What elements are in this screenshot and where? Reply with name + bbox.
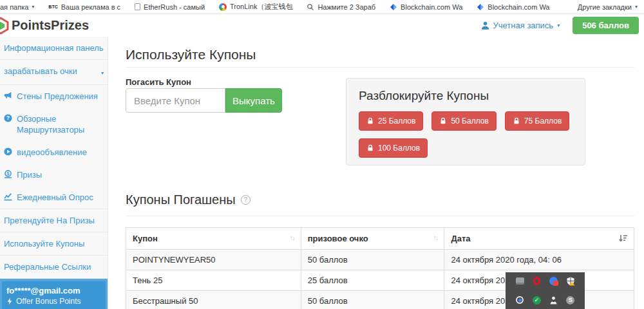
sidebar-item-video-ads[interactable]: видеообъявление [0, 141, 108, 164]
line-chart-icon [4, 192, 12, 201]
sidebar-item-offer-walls[interactable]: Стены Предложения [0, 85, 108, 108]
sidebar-item-label: Реферальные Ссылки [4, 261, 91, 272]
bookmark-item[interactable]: EtherRush - самый [135, 3, 205, 11]
skype-icon[interactable]: S [565, 295, 575, 305]
column-header-coupon[interactable]: ↑↓ Купон [126, 228, 301, 250]
sidebar-item-claim-prizes[interactable]: Претендуйте На Призы [0, 209, 108, 232]
sidebar: Информационная панель зарабатывать очки … [0, 37, 108, 309]
account-menu[interactable]: Учетная запись ▾ [481, 21, 560, 30]
sidebar-item-prizes[interactable]: $ Призы [0, 164, 108, 186]
sidebar-item-label: зарабатывать очки [4, 66, 77, 77]
dollar-circle-icon: $ [4, 170, 12, 178]
bookmark-label: Blockchain.com Wa [401, 3, 462, 11]
other-bookmarks-label: Другие закладки [578, 3, 632, 11]
bookmark-label: EtherRush - самый [144, 3, 205, 11]
sidebar-item-label: видеообъявление [17, 147, 87, 158]
unlock-50-button[interactable]: 50 Баллов [431, 111, 496, 131]
bookmark-label: ая папка [0, 3, 28, 11]
page-body: Информационная панель зарабатывать очки … [0, 37, 644, 309]
lightning-icon [6, 297, 13, 305]
notification-item[interactable]: fo*****@gmail.com Offer Bonus Points [2, 281, 106, 309]
unlock-100-button[interactable]: 100 Баллов [359, 138, 428, 158]
sidebar-item-referral-links[interactable]: Реферальные Ссылки [0, 256, 108, 279]
notification-text: Offer Bonus Points [16, 296, 81, 306]
site-header: PointsPrizes Учетная запись ▾ 506 баллов [0, 14, 644, 37]
sidebar-item-earn-points[interactable]: зарабатывать очки ▾ [0, 60, 108, 85]
sort-icon: ↑↓ [290, 234, 294, 241]
points-balance-badge[interactable]: 506 баллов [573, 17, 639, 34]
opera-icon[interactable] [532, 276, 542, 286]
blockchain-icon [390, 3, 397, 11]
defender-shield-icon[interactable] [565, 276, 575, 286]
chevron-down-icon: ▾ [557, 23, 560, 28]
cell-date: 24 октября 2020 года, 04: 06 [444, 250, 634, 270]
unlock-75-button[interactable]: 75 Баллов [505, 111, 569, 131]
bookmark-label: Blockchain.com Wa [488, 3, 549, 11]
coupon-input[interactable] [126, 88, 225, 113]
help-icon[interactable]: ? [241, 195, 251, 205]
bookmark-item[interactable]: Blockchain.com Wa [390, 3, 462, 11]
cell-coupon: POINTYNEWYEAR50 [126, 250, 301, 270]
lock-icon [366, 117, 374, 125]
bookmark-folder[interactable]: ая папка ▾ [0, 3, 34, 11]
bookmark-label: TronLink（波宝钱包 [230, 2, 292, 12]
sidebar-item-daily-poll[interactable]: Ежедневный Опрос [0, 186, 108, 209]
site-logo[interactable]: PointsPrizes [0, 17, 89, 34]
bookmarks-bar: ая папка ▾ BTC Ваша реклама в с EtherRus… [0, 0, 644, 14]
screen: ая папка ▾ BTC Ваша реклама в с EtherRus… [0, 0, 644, 309]
btc-icon: BTC [48, 5, 57, 9]
table-row: POINTYNEWYEAR50 50 баллов 24 октября 202… [126, 250, 634, 270]
sidebar-item-survey-routers[interactable]: ? Обзорные Маршрутизаторы [0, 108, 108, 141]
sidebar-item-label: Ежедневный Опрос [17, 192, 93, 203]
sidebar-item-label: Стены Предложения [17, 91, 98, 102]
green-check-icon[interactable]: ✓ [532, 295, 542, 305]
sidebar-item-label: Используйте Купоны [4, 238, 84, 249]
divider [126, 67, 634, 68]
sidebar-item-dashboard[interactable]: Информационная панель [0, 37, 108, 60]
sidebar-item-use-coupons[interactable]: Используйте Купоны [0, 232, 108, 256]
header-right: Учетная запись ▾ 506 баллов [481, 17, 639, 34]
bookmark-item[interactable]: BTC Ваша реклама в с [48, 3, 120, 11]
notification-email: fo*****@gmail.com [6, 286, 101, 296]
lock-icon [513, 117, 520, 125]
divider [126, 216, 634, 216]
app-window-icon[interactable] [515, 276, 525, 286]
cell-points: 25 баллов [301, 270, 444, 291]
unlock-buttons: 25 Баллов 50 Баллов 75 Баллов 100 Баллов [359, 111, 573, 158]
sidebar-item-label: Информационная панель [4, 42, 104, 53]
page-title: Используйте Купоны [126, 47, 256, 62]
redeem-input-group: Выкупать [126, 88, 282, 113]
bookmark-label: Ваша реклама в с [61, 3, 120, 11]
logo-hexagon-icon [0, 17, 9, 34]
sidebar-notifications: fo*****@gmail.com Offer Bonus Points 90*… [0, 279, 108, 309]
magnifier-icon [307, 3, 314, 11]
sidebar-item-label: Обзорные Маршрутизаторы [17, 113, 104, 135]
redeem-button[interactable]: Выкупать [225, 88, 282, 113]
lock-icon [439, 117, 447, 125]
logo-text: PointsPrizes [12, 18, 89, 33]
person-lock-icon[interactable] [549, 295, 558, 305]
main-content: Используйте Купоны Погасить Купон Выкупа… [108, 37, 644, 309]
bookmark-item[interactable]: TronLink（波宝钱包 [219, 2, 292, 12]
ring-dot-icon[interactable] [515, 295, 525, 305]
history-section-title: Купоны Погашены ? [126, 192, 251, 207]
blue-red-app-icon[interactable] [549, 276, 558, 286]
system-tray-popup: ✓ S [506, 272, 585, 309]
column-header-date[interactable]: Дата [444, 228, 634, 250]
megaphone-icon [4, 91, 12, 100]
bookmark-item[interactable]: Нажмите 2 Зараб [307, 3, 375, 11]
svg-text:?: ? [6, 115, 10, 121]
other-bookmarks-button[interactable]: Другие закладки ▾ [578, 3, 638, 11]
redeem-coupon-label: Погасить Купон [126, 77, 191, 87]
account-label: Учетная запись [493, 21, 554, 30]
unlock-25-button[interactable]: 25 Баллов [359, 111, 423, 131]
bookmark-label: Нажмите 2 Зараб [317, 3, 375, 11]
cell-coupon: Тень 25 [126, 270, 301, 291]
chevron-down-icon: ▾ [32, 4, 34, 10]
bookmark-item[interactable]: Blockchain.com Wa [477, 3, 549, 11]
cell-points: 50 баллов [301, 250, 444, 270]
svg-text:$: $ [7, 171, 10, 176]
chevron-down-icon: ▾ [101, 68, 104, 79]
column-header-points[interactable]: ↑↓ призовое очко [301, 228, 444, 250]
chrome-icon [219, 3, 227, 11]
